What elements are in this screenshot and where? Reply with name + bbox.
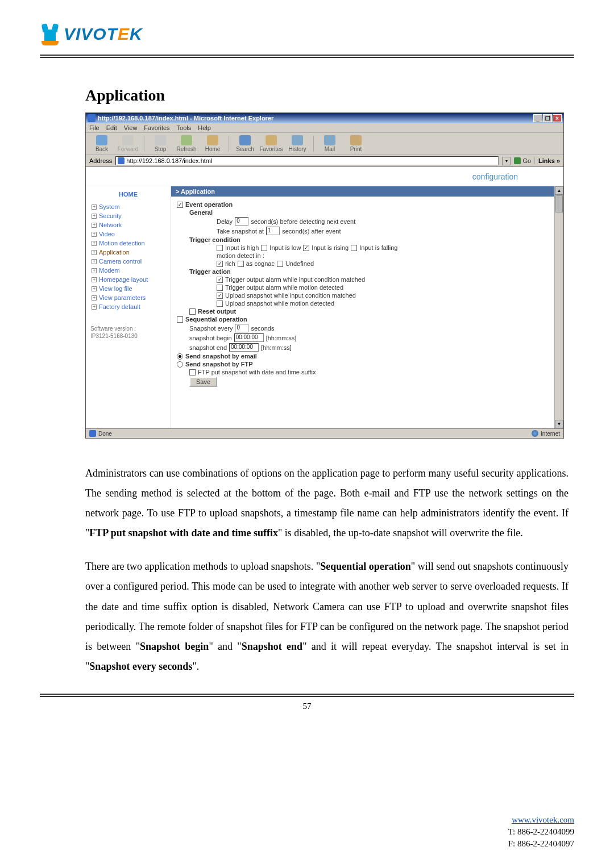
scroll-down-icon[interactable]: ▼ bbox=[555, 420, 563, 428]
close-button[interactable]: × bbox=[553, 114, 562, 122]
expand-icon[interactable]: + bbox=[92, 214, 97, 219]
tc-high-checkbox[interactable] bbox=[217, 245, 223, 251]
md-rich-checkbox[interactable] bbox=[217, 261, 223, 267]
sidebar-item-camera-control[interactable]: +Camera control bbox=[86, 257, 171, 266]
footer-fax: F: 886-2-22404097 bbox=[508, 839, 574, 848]
save-button[interactable]: Save bbox=[189, 377, 217, 387]
ta-out-input-checkbox[interactable] bbox=[217, 277, 223, 283]
snap-every-input[interactable]: 0 bbox=[235, 324, 248, 332]
sidebar-item-view-log[interactable]: +View log file bbox=[86, 284, 171, 293]
address-label: Address bbox=[89, 157, 112, 164]
footer-tel: T: 886-2-22404099 bbox=[508, 827, 574, 836]
sidebar-item-system[interactable]: +System bbox=[86, 202, 171, 211]
expand-icon[interactable]: + bbox=[92, 250, 97, 255]
delay-input[interactable]: 0 bbox=[235, 217, 248, 226]
sidebar-item-network[interactable]: +Network bbox=[86, 220, 171, 229]
menubar: File Edit View Favorites Tools Help bbox=[86, 123, 563, 133]
address-input[interactable]: http://192.168.0.187/index.html bbox=[115, 156, 499, 165]
tc-rising-checkbox[interactable] bbox=[303, 245, 309, 251]
menu-view[interactable]: View bbox=[124, 124, 138, 131]
snapshot-at-input[interactable]: 1 bbox=[266, 227, 280, 235]
md-rich-label: rich bbox=[225, 260, 235, 267]
sidebar-item-view-params[interactable]: +View parameters bbox=[86, 293, 171, 302]
toolbar-print[interactable]: Print bbox=[343, 135, 368, 152]
send-email-radio[interactable] bbox=[177, 353, 183, 360]
tc-falling-checkbox[interactable] bbox=[351, 245, 357, 251]
expand-icon[interactable]: + bbox=[92, 268, 97, 273]
expand-icon[interactable]: + bbox=[92, 241, 97, 246]
footer-url[interactable]: www.vivotek.com bbox=[512, 815, 574, 824]
delay-label: Delay bbox=[217, 218, 233, 225]
logo-text-accent: E bbox=[118, 24, 130, 43]
toolbar-stop[interactable]: Stop bbox=[148, 135, 173, 152]
expand-icon[interactable]: + bbox=[92, 205, 97, 210]
expand-icon[interactable]: + bbox=[92, 295, 97, 301]
scroll-thumb[interactable] bbox=[555, 195, 563, 212]
md-cognac-checkbox[interactable] bbox=[238, 261, 244, 267]
main-panel: > Application Event operation General De… bbox=[171, 186, 563, 428]
sidebar-item-homepage-layout[interactable]: +Homepage layout bbox=[86, 275, 171, 284]
toolbar-back[interactable]: Back bbox=[89, 135, 114, 152]
snap-begin-input[interactable]: 00:00:00 bbox=[234, 333, 264, 342]
ta-up-motion-label: Upload snapshot while motion detected bbox=[225, 300, 334, 307]
go-button[interactable]: Go bbox=[514, 157, 531, 164]
reset-output-checkbox[interactable] bbox=[189, 308, 196, 315]
ie-icon bbox=[88, 114, 96, 122]
snapshot-at-label: Take snapshot at bbox=[217, 228, 264, 235]
event-operation-checkbox[interactable] bbox=[177, 202, 183, 208]
sidebar-item-video[interactable]: +Video bbox=[86, 229, 171, 239]
tc-rising-label: Input is rising bbox=[312, 244, 349, 251]
paragraph-2: There are two application methods to upl… bbox=[85, 557, 569, 677]
ta-out-input-label: Trigger output alarm while input conditi… bbox=[225, 276, 365, 283]
expand-icon[interactable]: + bbox=[92, 232, 97, 237]
go-icon bbox=[514, 157, 521, 164]
menu-edit[interactable]: Edit bbox=[106, 124, 117, 131]
globe-icon bbox=[532, 430, 538, 437]
send-email-label: Send snapshot by email bbox=[185, 353, 257, 360]
sidebar-item-security[interactable]: +Security bbox=[86, 211, 171, 220]
toolbar-history[interactable]: History bbox=[285, 135, 310, 152]
tc-low-checkbox[interactable] bbox=[261, 245, 267, 251]
toolbar-home[interactable]: Home bbox=[200, 135, 225, 152]
menu-file[interactable]: File bbox=[89, 124, 99, 131]
expand-icon[interactable]: + bbox=[92, 286, 97, 291]
sidebar-item-factory-default[interactable]: +Factory default bbox=[86, 302, 171, 311]
seq-operation-checkbox[interactable] bbox=[177, 316, 183, 323]
toolbar-forward[interactable]: Forward bbox=[115, 135, 140, 152]
toolbar: Back Forward Stop Refresh Home Search Fa… bbox=[86, 133, 563, 155]
snap-end-input[interactable]: 00:00:00 bbox=[229, 343, 259, 352]
sidebar-item-application[interactable]: +Application bbox=[86, 248, 171, 257]
menu-favorites[interactable]: Favorites bbox=[144, 124, 169, 131]
toolbar-favorites[interactable]: Favorites bbox=[259, 135, 284, 152]
sidebar-item-modem[interactable]: +Modem bbox=[86, 266, 171, 275]
event-operation-label: Event operation bbox=[185, 201, 233, 208]
maximize-button[interactable]: ❐ bbox=[543, 114, 552, 122]
scrollbar[interactable]: ▲ ▼ bbox=[554, 186, 563, 428]
address-dropdown[interactable]: ▾ bbox=[502, 157, 511, 165]
links-label[interactable]: Links » bbox=[534, 157, 560, 164]
ta-out-motion-checkbox[interactable] bbox=[217, 285, 223, 291]
logo-text: VIVOTEK bbox=[64, 24, 143, 44]
menu-help[interactable]: Help bbox=[198, 124, 211, 131]
sidebar-home[interactable]: HOME bbox=[86, 191, 171, 198]
ta-up-input-checkbox[interactable] bbox=[217, 293, 223, 299]
md-undef-checkbox[interactable] bbox=[277, 261, 283, 267]
toolbar-refresh[interactable]: Refresh bbox=[174, 135, 199, 152]
scroll-up-icon[interactable]: ▲ bbox=[555, 186, 563, 195]
seq-operation-label: Sequential operation bbox=[185, 316, 247, 323]
expand-icon[interactable]: + bbox=[92, 277, 97, 282]
snap-every-suffix: seconds bbox=[251, 325, 274, 332]
expand-icon[interactable]: + bbox=[92, 223, 97, 228]
minimize-button[interactable]: _ bbox=[533, 114, 542, 122]
sidebar-item-motion[interactable]: +Motion detection bbox=[86, 239, 171, 248]
toolbar-search[interactable]: Search bbox=[233, 135, 258, 152]
expand-icon[interactable]: + bbox=[92, 259, 97, 264]
section-title: Application bbox=[85, 86, 569, 105]
menu-tools[interactable]: Tools bbox=[177, 124, 192, 131]
expand-icon[interactable]: + bbox=[92, 304, 97, 310]
ftp-suffix-checkbox[interactable] bbox=[189, 369, 196, 375]
ta-up-motion-checkbox[interactable] bbox=[217, 301, 223, 307]
toolbar-mail[interactable]: Mail bbox=[317, 135, 342, 152]
snap-begin-label: snapshot begin bbox=[189, 335, 232, 341]
send-ftp-radio[interactable] bbox=[177, 361, 183, 368]
